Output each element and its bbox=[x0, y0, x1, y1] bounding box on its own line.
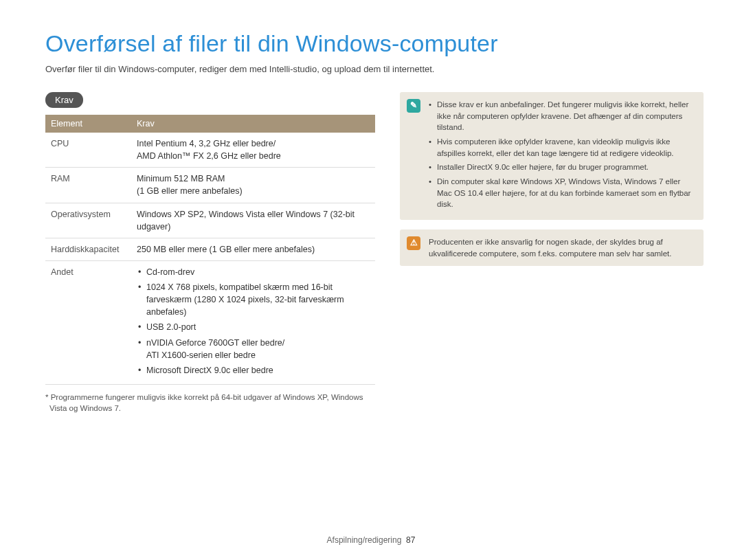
list-item: Hvis computeren ikke opfylder kravene, k… bbox=[429, 136, 694, 159]
list-item: nVIDIA Geforce 7600GT eller bedre/ATI X1… bbox=[138, 337, 370, 361]
th-krav: Krav bbox=[131, 115, 375, 133]
table-row: CPU Intel Pentium 4, 3,2 GHz eller bedre… bbox=[45, 133, 375, 168]
cell-value: 250 MB eller mere (1 GB eller mere anbef… bbox=[131, 238, 375, 260]
cell-value: Cd-rom-drev 1024 X 768 pixels, kompatibe… bbox=[131, 260, 375, 384]
table-row: RAM Minimum 512 MB RAM(1 GB eller mere a… bbox=[45, 168, 375, 203]
table-row: Andet Cd-rom-drev 1024 X 768 pixels, kom… bbox=[45, 260, 375, 384]
list-item: Installer DirectX 9.0c eller højere, før… bbox=[429, 161, 694, 173]
warning-icon: ⚠ bbox=[407, 236, 420, 250]
cell-value: Minimum 512 MB RAM(1 GB eller mere anbef… bbox=[131, 168, 375, 203]
left-column: Krav Element Krav CPU Intel Pentium 4, 3… bbox=[45, 92, 375, 414]
cell-label: RAM bbox=[45, 168, 131, 203]
cell-value: Intel Pentium 4, 3,2 GHz eller bedre/AMD… bbox=[131, 133, 375, 168]
warning-callout: ⚠ Producenten er ikke ansvarlig for noge… bbox=[400, 229, 704, 266]
list-item: Cd-rom-drev bbox=[138, 266, 370, 278]
table-row: Operativsystem Windows XP SP2, Windows V… bbox=[45, 203, 375, 238]
footer-section: Afspilning/redigering bbox=[327, 535, 402, 545]
warning-text: Producenten er ikke ansvarlig for nogen … bbox=[429, 236, 694, 259]
requirements-pill: Krav bbox=[45, 92, 83, 108]
table-row: Harddiskkapacitet 250 MB eller mere (1 G… bbox=[45, 238, 375, 260]
intro-text: Overfør filer til din Windows-computer, … bbox=[45, 64, 704, 74]
th-element: Element bbox=[45, 115, 131, 133]
footer-page-number: 87 bbox=[406, 535, 415, 545]
footnote: * Programmerne fungerer muligvis ikke ko… bbox=[45, 392, 375, 414]
list-item: Microsoft DirectX 9.0c eller bedre bbox=[138, 364, 370, 377]
page-title: Overførsel af filer til din Windows-comp… bbox=[45, 30, 704, 57]
cell-label: Operativsystem bbox=[45, 203, 131, 238]
list-item: Din computer skal køre Windows XP, Windo… bbox=[429, 176, 694, 210]
list-item: 1024 X 768 pixels, kompatibel skærm med … bbox=[138, 281, 370, 318]
info-callout: ✎ Disse krav er kun anbefalinger. Det fu… bbox=[400, 92, 704, 220]
cell-value: Windows XP SP2, Windows Vista eller Wind… bbox=[131, 203, 375, 238]
cell-label: Harddiskkapacitet bbox=[45, 238, 131, 260]
requirements-table: Element Krav CPU Intel Pentium 4, 3,2 GH… bbox=[45, 115, 375, 385]
page-footer: Afspilning/redigering 87 bbox=[0, 535, 742, 545]
note-icon: ✎ bbox=[407, 99, 420, 113]
cell-label: CPU bbox=[45, 133, 131, 168]
right-column: ✎ Disse krav er kun anbefalinger. Det fu… bbox=[400, 92, 704, 414]
list-item: Disse krav er kun anbefalinger. Det fung… bbox=[429, 99, 694, 133]
list-item: USB 2.0-port bbox=[138, 321, 370, 333]
cell-label: Andet bbox=[45, 260, 131, 384]
